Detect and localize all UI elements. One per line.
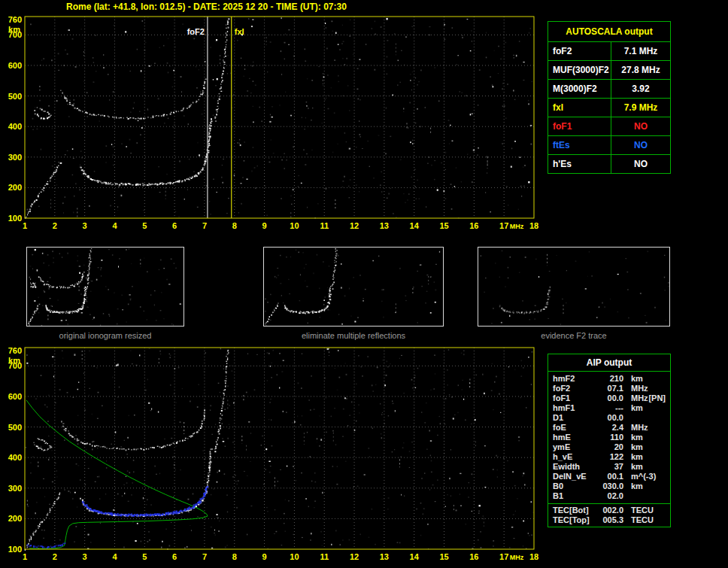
axis-tick-label: 8 [232,552,237,561]
autoscala-row-value: NO [611,117,670,135]
axis-tick-label: 15 [439,221,448,230]
thumbnail-original-ionogram-caption: original ionogram resized [26,331,184,340]
autoscala-row-label: fxI [548,99,611,117]
autoscala-row-value: 7.1 MHz [611,42,670,60]
aip-value: --- [595,403,623,413]
axis-tick-label: 2 [53,552,57,561]
aip-unit: km [631,433,643,442]
aip-row: D100.0 [548,413,670,423]
aip-label: h_vE [553,452,595,462]
aip-table-title: AIP output [548,354,670,372]
thumbnail-evidence-f2-image [478,247,670,327]
axis-tick-label: 300 [8,153,22,162]
aip-value: 2.4 [595,423,623,433]
aip-value: 002.0 [595,506,623,515]
axis-tick-label: 7 [202,552,207,561]
aip-row: TEC[Top]005.3TECU [548,515,670,525]
axis-tick-label: 11 [320,552,329,561]
autoscala-screen: Rome (lat: +41.8, lon: 012.5) - DATE: 20… [0,0,728,568]
axis-tick-label: 6 [172,221,177,230]
aip-value: 210 [595,374,623,384]
thumbnail-evidence-f2: evidence F2 trace [478,247,670,340]
axis-tick-label: 5 [142,221,147,230]
ionogram-svg [264,248,444,326]
aip-label: ymE [553,442,595,452]
aip-value: 02.0 [595,491,623,501]
aip-value: 07.1 [595,384,623,393]
axis-tick-label: 200 [8,183,22,192]
axis-tick-label: 10 [290,552,299,561]
aip-unit: km [631,452,643,462]
autoscala-row-value: NO [611,155,670,173]
autoscala-row-value: 27.8 MHz [611,61,670,79]
aip-label: TEC[Bot] [553,506,595,515]
axis-tick-label: 17 [499,552,508,561]
aip-unit: TECU [631,506,654,515]
axis-tick-label: 13 [380,552,389,561]
aip-row: B0030.0km [548,481,670,491]
aip-label: D1 [553,413,595,423]
axis-tick-label: 4 [112,221,117,230]
aip-value: 00.0 [595,393,623,403]
autoscala-row: foF1NO [548,117,670,135]
axis-tick-label: 200 [8,514,22,523]
axis-tick-label: 18 [529,221,538,230]
axis-tick-label: 700 [8,361,22,370]
aip-row: hmE110km [548,433,670,442]
autoscala-row-value: 3.92 [611,80,670,98]
aip-value: 00.1 [595,472,623,481]
axis-tick-label: 15 [439,552,448,561]
axis-tick-label: 13 [380,221,389,230]
aip-unit: MHz [631,393,648,403]
axis-tick-label: 14 [410,552,420,561]
aip-unit: km [631,442,643,452]
aip-row: B102.0 [548,491,670,501]
aip-row: DelN_vE00.1m^(-3) [548,472,670,481]
axis-tick-label: 1 [23,552,27,561]
aip-row: foF100.0MHz[PN] [548,393,670,403]
autoscala-row: ftEsNO [548,135,670,154]
aip-unit: MHz [631,423,648,433]
axis-tick-label: 4 [112,552,117,561]
axis-tick-label: 760 [8,346,22,355]
aip-row: h_vE122km [548,452,670,462]
aip-value: 37 [595,462,623,472]
thumbnail-eliminate-reflections-caption: eliminate multiple reflections [263,331,444,340]
marker-label-foF2: foF2 [187,27,205,36]
autoscala-table-rows: foF27.1 MHzMUF(3000)F227.8 MHzM(3000)F23… [548,41,670,173]
axis-tick-label: 17 [499,221,508,230]
axis-tick-label: 12 [350,221,359,230]
aip-row: ymE20km [548,442,670,452]
axis-tick-label: 10 [290,221,299,230]
aip-label: hmE [553,433,595,442]
aip-unit: MHz [631,384,648,393]
aip-row: TEC[Bot]002.0TECU [548,506,670,515]
autoscala-row: MUF(3000)F227.8 MHz [548,60,670,79]
aip-value: 110 [595,433,623,442]
aip-unit: km [631,462,643,472]
marker-label-fxI: fxI [235,27,244,36]
axis-tick-label: MHz [510,554,524,561]
axis-tick-label: 3 [83,221,87,230]
aip-row: foF207.1MHz [548,384,670,393]
aip-row: hmF2210km [548,374,670,384]
aip-label: DelN_vE [553,472,595,481]
ionogram-svg: 760km10020030040050060070012345678910111… [0,343,544,566]
autoscala-row-label: foF1 [548,117,611,135]
top-ionogram-plot: foF2fxI760km1002003004005006007001234567… [0,12,544,235]
autoscala-row-value: NO [611,136,670,154]
autoscala-row: M(3000)F23.92 [548,79,670,98]
aip-label: Ewidth [553,462,595,472]
page-title: Rome (lat: +41.8, lon: 012.5) - DATE: 20… [66,2,347,12]
axis-tick-label: 500 [8,92,22,101]
aip-label: TEC[Top] [553,515,595,525]
axis-tick-label: 18 [529,552,538,561]
aip-value: 030.0 [595,481,623,491]
thumbnail-original-ionogram-image [26,247,184,327]
aip-table-rows: hmF2210kmfoF207.1MHzfoF100.0MHz[PN]hmF1-… [548,374,670,501]
aip-label: foF2 [553,384,595,393]
aip-unit: m^(-3) [631,472,656,481]
axis-tick-label: 16 [469,221,478,230]
aip-unit: TECU [631,515,654,525]
axis-tick-label: 9 [262,221,267,230]
